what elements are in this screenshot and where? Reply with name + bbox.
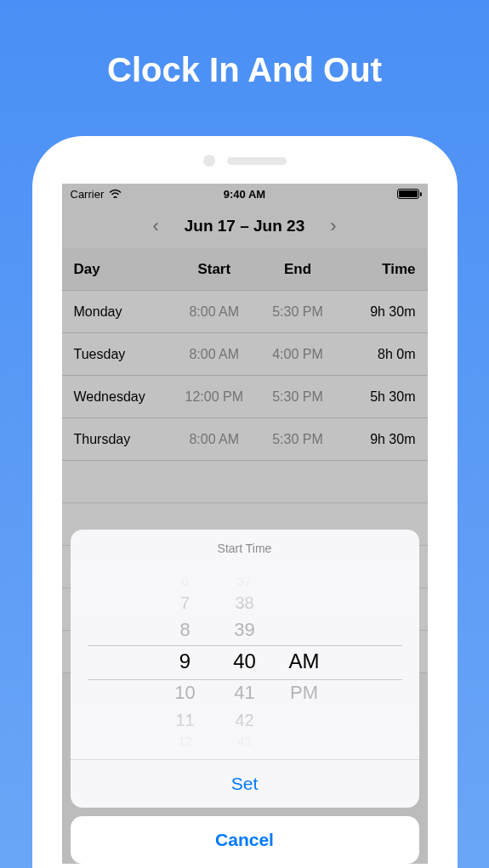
speaker-slot — [227, 157, 287, 165]
cell-time: 5h 30m — [339, 389, 415, 405]
cell-start: 12:00 PM — [173, 389, 256, 405]
col-time: Time — [339, 261, 415, 278]
cell-start: 8:00 AM — [173, 432, 256, 447]
table-row[interactable]: Wednesday 12:00 PM 5:30 PM 5h 30m — [62, 376, 428, 418]
week-navigator: ‹ Jun 17 – Jun 23 › — [62, 204, 428, 248]
table-row-empty[interactable] — [62, 461, 428, 503]
picker-hour-selected: 9 — [179, 644, 190, 678]
table-row[interactable]: Thursday 8:00 AM 5:30 PM 9h 30m — [62, 418, 428, 461]
cell-day: Thursday — [74, 432, 173, 447]
table-row[interactable]: Monday 8:00 AM 5:30 PM 9h 30m — [62, 291, 428, 333]
picker-ampm-wheel[interactable]: AM PM — [275, 564, 334, 759]
cell-end: 5:30 PM — [256, 432, 339, 447]
status-bar: Carrier 9:40 AM — [62, 184, 428, 204]
cell-day: Wednesday — [74, 389, 173, 405]
col-end: End — [256, 261, 339, 278]
cell-time: 9h 30m — [339, 432, 415, 447]
camera-dot — [203, 155, 215, 167]
picker-minute-selected: 40 — [233, 644, 256, 678]
wifi-icon — [109, 187, 122, 201]
cell-day: Tuesday — [74, 347, 173, 362]
next-week-button[interactable]: › — [330, 215, 336, 237]
status-time: 9:40 AM — [224, 188, 265, 201]
cell-time: 8h 0m — [339, 347, 415, 362]
cell-start: 8:00 AM — [173, 347, 256, 362]
cell-day: Monday — [74, 304, 173, 320]
phone-screen: Carrier 9:40 AM ‹ Jun 17 – Jun 23 › Day … — [62, 184, 428, 864]
phone-frame: Carrier 9:40 AM ‹ Jun 17 – Jun 23 › Day … — [32, 136, 458, 868]
col-day: Day — [74, 261, 173, 278]
carrier-label: Carrier — [71, 188, 105, 201]
table-header-row: Day Start End Time — [62, 248, 428, 291]
prev-week-button[interactable]: ‹ — [152, 215, 158, 237]
battery-icon — [397, 189, 419, 199]
hero-title: Clock In And Out — [0, 0, 489, 128]
picker-minute-wheel[interactable]: 37 38 39 40 41 42 43 — [215, 564, 275, 759]
cell-time: 9h 30m — [339, 304, 415, 320]
time-picker[interactable]: 6 7 8 9 10 11 12 37 38 39 40 41 42 — [71, 564, 419, 759]
picker-ampm-selected: AM — [289, 644, 320, 678]
picker-title: Start Time — [71, 530, 419, 564]
cancel-button[interactable]: Cancel — [71, 816, 419, 864]
week-range-label: Jun 17 – Jun 23 — [185, 217, 305, 235]
cell-start: 8:00 AM — [173, 304, 256, 320]
set-button[interactable]: Set — [71, 759, 419, 808]
table-row[interactable]: Tuesday 8:00 AM 4:00 PM 8h 0m — [62, 333, 428, 376]
cell-end: 5:30 PM — [256, 389, 339, 405]
time-picker-sheet: Start Time 6 7 8 9 10 11 12 37 — [71, 530, 419, 864]
col-start: Start — [173, 261, 256, 278]
phone-notch — [32, 155, 458, 167]
picker-hour-wheel[interactable]: 6 7 8 9 10 11 12 — [156, 564, 215, 759]
cell-end: 5:30 PM — [256, 304, 339, 320]
cell-end: 4:00 PM — [256, 347, 339, 362]
